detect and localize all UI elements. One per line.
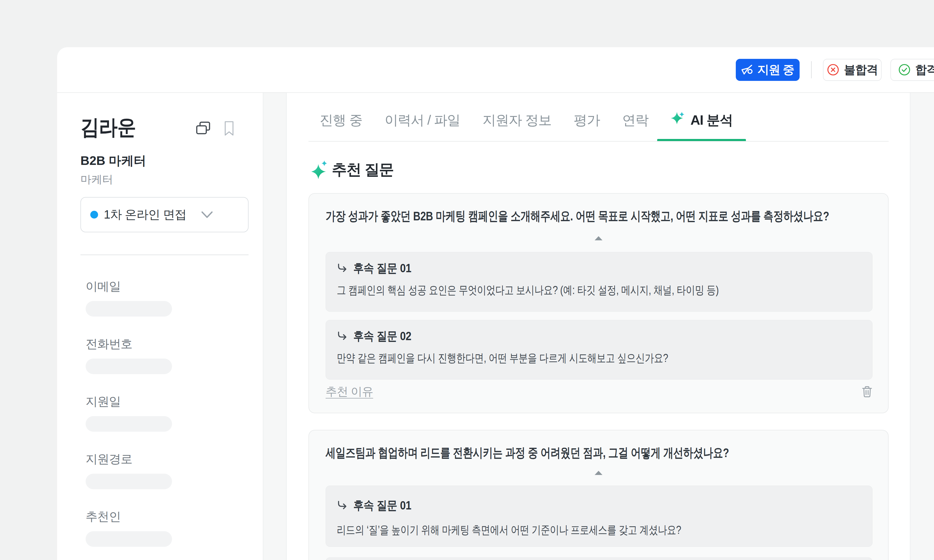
field-apply-date: 지원일 <box>86 395 223 432</box>
followup-text: 그 캠페인의 핵심 성공 요인은 무엇이었다고 보시나요? (예: 타깃 설정,… <box>337 282 862 298</box>
candidate-sidebar: 김라운 B2B 마케터 마케터 <box>57 93 264 560</box>
x-circle-icon <box>827 63 839 76</box>
tab-contact[interactable]: 연락 <box>611 111 660 129</box>
tab-resume-files[interactable]: 이력서 / 파일 <box>373 111 471 129</box>
content-row: 김라운 B2B 마케터 마케터 <box>57 93 934 560</box>
redacted-value-pill <box>86 358 172 374</box>
field-phone: 전화번호 <box>86 338 223 374</box>
chevron-down-icon <box>201 211 213 218</box>
tab-applicant-info[interactable]: 지원자 정보 <box>472 111 563 129</box>
candidate-position: B2B 마케터 <box>80 154 146 167</box>
followup-text: 리드의 ‘질’을 높이기 위해 마케팅 측면에서 어떤 기준이나 프로세스를 갖… <box>337 522 862 538</box>
tab-label: 지원자 정보 <box>482 111 551 129</box>
redacted-value-pill <box>86 474 172 489</box>
tab-label: 평가 <box>573 111 600 129</box>
field-apply-channel: 지원경로 <box>86 453 223 489</box>
stage-in-progress-button[interactable]: 지원 중 <box>736 59 800 81</box>
corner-down-right-icon <box>337 500 348 511</box>
stage-flow-icon <box>741 65 753 75</box>
tab-bar: 진행 중 이력서 / 파일 지원자 정보 평가 연락 <box>308 93 744 142</box>
tab-in-progress[interactable]: 진행 중 <box>308 111 373 129</box>
copy-cards-icon[interactable] <box>196 121 211 136</box>
stage-button-label: 지원 중 <box>757 62 794 77</box>
field-email: 이메일 <box>86 280 223 317</box>
collapse-arrow-button[interactable] <box>587 233 610 243</box>
header-bar: 지원 중 불합격 합격 <box>57 47 934 93</box>
followup-label: 후속 질문 01 <box>353 262 411 274</box>
field-label: 지원경로 <box>86 453 223 465</box>
followup-title-row: 후속 질문 01 <box>337 262 862 274</box>
stage-select[interactable]: 1차 온라인 면접 <box>80 197 248 232</box>
main-panel: 진행 중 이력서 / 파일 지원자 정보 평가 연락 <box>287 93 910 560</box>
collapse-arrow-button[interactable] <box>587 468 610 478</box>
followup-title-row: 후속 질문 01 <box>337 499 862 511</box>
trash-icon[interactable] <box>862 386 872 398</box>
header-divider <box>811 61 812 78</box>
followup-box: 후속 질문 02 만약 같은 캠페인을 다시 진행한다면, 어떤 부분을 다르게… <box>325 320 872 380</box>
tab-label: 연락 <box>622 111 648 129</box>
stage-dot <box>90 211 98 218</box>
redacted-value-pill <box>86 531 172 547</box>
field-label: 추천인 <box>86 511 223 522</box>
followup-text: 만약 같은 캠페인을 다시 진행한다면, 어떤 부분을 다르게 시도해보고 싶으… <box>337 350 862 366</box>
candidate-name: 김라운 <box>80 115 136 139</box>
followup-box-partial <box>325 557 872 560</box>
redacted-value-pill <box>86 416 172 432</box>
question-text: 가장 성과가 좋았던 B2B 마케팅 캠페인을 소개해주세요. 어떤 목표로 시… <box>325 207 873 225</box>
tab-label: 이력서 / 파일 <box>384 111 460 129</box>
field-referrer: 추천인 <box>86 511 223 547</box>
pass-button[interactable]: 합격 <box>891 59 934 81</box>
recommended-question-card: 세일즈팀과 협업하며 리드를 전환시키는 과정 중 어려웠던 점과, 그걸 어떻… <box>308 430 889 560</box>
page-background-band <box>910 93 934 560</box>
followup-label: 후속 질문 02 <box>353 330 411 342</box>
name-action-icons <box>196 121 234 136</box>
header-actions: 지원 중 불합격 합격 <box>736 47 934 92</box>
field-label: 이메일 <box>86 280 223 292</box>
tab-ai-analysis[interactable]: AI 분석 <box>660 111 744 129</box>
field-label: 전화번호 <box>86 338 223 350</box>
check-circle-icon <box>898 63 911 76</box>
followup-box: 후속 질문 01 리드의 ‘질’을 높이기 위해 마케팅 측면에서 어떤 기준이… <box>325 486 872 547</box>
field-label: 지원일 <box>86 395 223 407</box>
followup-title-row: 후속 질문 02 <box>337 330 862 342</box>
question-text: 세일즈팀과 협업하며 리드를 전환시키는 과정 중 어려웠던 점과, 그걸 어떻… <box>325 444 873 462</box>
corner-down-right-icon <box>337 263 348 274</box>
fail-button[interactable]: 불합격 <box>823 59 882 81</box>
tab-evaluation[interactable]: 평가 <box>563 111 611 129</box>
tab-bar-divider <box>308 141 889 142</box>
redacted-value-pill <box>86 301 172 317</box>
followup-box: 후속 질문 01 그 캠페인의 핵심 성공 요인은 무엇이었다고 보시나요? (… <box>325 252 872 312</box>
section-heading: 추천 질문 <box>311 160 394 180</box>
section-title: 추천 질문 <box>332 160 394 180</box>
ai-sparkle-icon <box>670 112 685 129</box>
candidate-occupation: 마케터 <box>80 174 113 185</box>
stage-select-value: 1차 온라인 면접 <box>104 207 186 223</box>
followup-label: 후속 질문 01 <box>353 499 411 511</box>
tab-label: 진행 중 <box>320 111 362 129</box>
name-row: 김라운 <box>80 115 248 139</box>
tab-label: AI 분석 <box>690 111 733 129</box>
section-sparkle-icon <box>311 160 328 180</box>
corner-down-right-icon <box>337 331 348 342</box>
card-footer: 추천 이유 <box>325 384 872 399</box>
panel-gutter <box>264 93 287 560</box>
sidebar-divider <box>80 255 248 255</box>
pass-button-label: 합격 <box>916 62 934 77</box>
fail-button-label: 불합격 <box>844 62 878 77</box>
recommended-question-card: 가장 성과가 좋았던 B2B 마케팅 캠페인을 소개해주세요. 어떤 목표로 시… <box>308 193 889 413</box>
recommendation-reason-link[interactable]: 추천 이유 <box>325 384 373 399</box>
bookmark-icon[interactable] <box>224 121 234 136</box>
applicant-detail-window: 지원 중 불합격 합격 <box>57 47 934 560</box>
